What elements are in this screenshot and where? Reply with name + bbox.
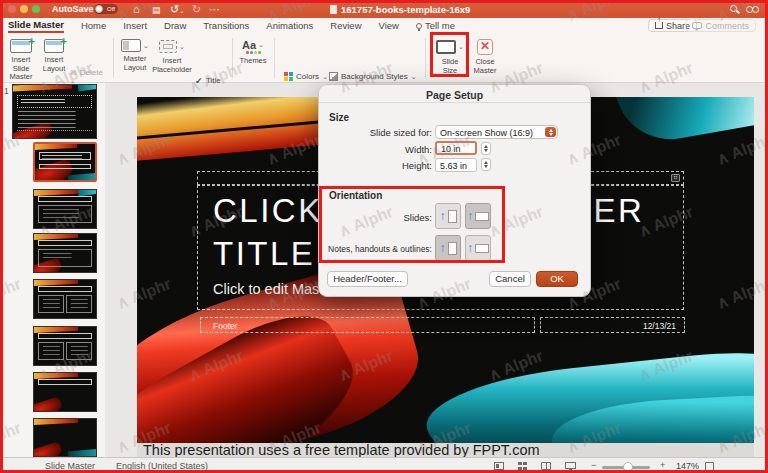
- insert-placeholder-icon: [159, 40, 177, 53]
- thumbnail-layout-title-only[interactable]: [33, 372, 97, 412]
- presence-icon[interactable]: [746, 6, 760, 14]
- slide-sorter-view-icon[interactable]: [518, 462, 527, 470]
- ribbon-divider: [425, 38, 426, 78]
- thumbnail-layout-two-content[interactable]: [33, 279, 97, 319]
- tab-insert[interactable]: Insert: [123, 20, 147, 31]
- landscape-page-icon: [475, 212, 489, 221]
- tab-transitions[interactable]: Transitions: [203, 20, 249, 31]
- minimize-window-button[interactable]: [20, 5, 28, 13]
- redo-icon[interactable]: ↻: [192, 3, 201, 15]
- footer-placeholder[interactable]: Footer: [200, 317, 535, 333]
- portrait-page-icon: [448, 210, 457, 223]
- ribbon: + Insert Slide Master + Insert Layout ⊠D…: [0, 33, 768, 83]
- tab-draw[interactable]: Draw: [164, 20, 186, 31]
- colors-button[interactable]: Colors⌄: [284, 72, 328, 81]
- title-bar: AutoSave Off ⌂ ▤ ↺⌄ ↻ ⋯ 161757-books-tem…: [0, 0, 768, 18]
- dialog-title: Page Setup: [319, 89, 590, 101]
- notes-orientation-label: Notes, handouts & outlines:: [319, 244, 432, 254]
- master-layout-icon: [121, 39, 141, 52]
- tab-view[interactable]: View: [379, 20, 399, 31]
- themes-icon: Aa: [242, 39, 256, 51]
- portrait-page-icon: [448, 242, 457, 255]
- normal-view-icon[interactable]: [494, 462, 504, 470]
- dropdown-stepper-icon[interactable]: [545, 127, 556, 137]
- cancel-button[interactable]: Cancel: [489, 271, 531, 287]
- search-icon[interactable]: [730, 5, 737, 12]
- save-icon[interactable]: ▤: [152, 4, 161, 16]
- zoom-window-button[interactable]: [32, 5, 40, 13]
- thumbnail-layout-section[interactable]: [33, 233, 97, 273]
- slide-thumbnail-panel: 1: [0, 83, 105, 457]
- page-setup-dialog: Page Setup Size Slide sized for: On-scre…: [318, 84, 591, 297]
- lightbulb-icon: [416, 23, 422, 29]
- notes-portrait-button[interactable]: ↑: [435, 235, 461, 261]
- height-label: Height:: [319, 160, 432, 171]
- delete-button[interactable]: ⊠Delete: [70, 68, 103, 77]
- ribbon-tab-row: Slide Master Home Insert Draw Transition…: [0, 18, 768, 33]
- slideshow-view-icon[interactable]: [565, 462, 576, 469]
- placeholder-options-icon[interactable]: [671, 174, 680, 182]
- ribbon-divider: [274, 38, 275, 78]
- more-commands-icon[interactable]: ⋯: [209, 3, 220, 15]
- zoom-in-button[interactable]: +: [660, 460, 665, 470]
- width-stepper[interactable]: [481, 142, 491, 155]
- insert-layout-button[interactable]: + Insert Layout: [39, 37, 69, 73]
- close-window-button[interactable]: [8, 5, 16, 13]
- tab-review[interactable]: Review: [330, 20, 361, 31]
- date-placeholder[interactable]: 12/13/21: [540, 317, 685, 333]
- close-master-icon: ✕: [477, 39, 493, 55]
- ribbon-divider: [113, 38, 114, 78]
- status-bar: Slide Master English (United States) − +…: [0, 457, 768, 473]
- tab-tell-me[interactable]: Tell me: [416, 20, 455, 31]
- zoom-level-label[interactable]: 147%: [676, 461, 699, 471]
- up-arrow-icon: ↑: [467, 242, 473, 254]
- thumbnail-master-slide[interactable]: [12, 84, 97, 139]
- background-styles-button[interactable]: Background Styles⌄: [329, 72, 417, 81]
- height-input[interactable]: 5.63 in: [435, 158, 477, 172]
- width-label: Width:: [319, 144, 432, 155]
- slide-sized-for-label: Slide sized for:: [319, 127, 432, 138]
- thumbnail-layout-title-content[interactable]: [33, 189, 97, 229]
- themes-button[interactable]: Aa⌄ Themes: [236, 37, 270, 66]
- tab-slide-master[interactable]: Slide Master: [8, 19, 64, 33]
- insert-layout-icon: +: [44, 39, 64, 53]
- orientation-section-label: Orientation: [329, 190, 382, 201]
- comments-button[interactable]: Comments: [685, 19, 756, 32]
- slide-size-button[interactable]: ⌄ Slide Size: [432, 37, 468, 75]
- zoom-out-button[interactable]: −: [591, 460, 596, 470]
- notes-landscape-button[interactable]: ↑: [465, 235, 491, 261]
- tab-animations[interactable]: Animations: [266, 20, 313, 31]
- height-stepper[interactable]: [481, 158, 491, 171]
- zoom-slider-knob[interactable]: [623, 462, 633, 472]
- slide-size-icon: [436, 40, 456, 54]
- slide-sized-for-dropdown[interactable]: On-screen Show (16:9): [435, 125, 558, 139]
- autosave-toggle[interactable]: Off: [94, 4, 118, 14]
- slides-portrait-button[interactable]: ↑: [435, 203, 461, 229]
- language-status-label[interactable]: English (United States): [116, 461, 208, 471]
- thumbnail-layout-blank[interactable]: [33, 418, 97, 457]
- slides-landscape-button[interactable]: ↑: [465, 203, 491, 229]
- view-status-label[interactable]: Slide Master: [45, 461, 95, 471]
- master-layout-button[interactable]: ⌄ Master Layout: [118, 37, 152, 72]
- close-master-button[interactable]: ✕ Close Master: [468, 37, 502, 75]
- up-arrow-icon: ↑: [440, 242, 446, 254]
- date-text: 12/13/21: [643, 321, 676, 331]
- autosave-label: AutoSave: [52, 4, 94, 14]
- width-input[interactable]: 10 in: [435, 141, 477, 155]
- comments-icon: [692, 22, 702, 29]
- header-footer-button[interactable]: Header/Footer...: [327, 271, 408, 287]
- tab-home[interactable]: Home: [81, 20, 106, 31]
- reading-view-icon[interactable]: [541, 462, 551, 470]
- template-credit-text: This presentation uses a free template p…: [137, 443, 754, 457]
- undo-icon[interactable]: ↺⌄: [170, 3, 184, 17]
- document-title: 161757-books-template-16x9: [341, 4, 470, 15]
- thumbnail-layout-comparison[interactable]: [33, 326, 97, 366]
- home-icon[interactable]: ⌂: [133, 3, 140, 15]
- insert-placeholder-button[interactable]: ⌄ Insert Placeholder: [152, 37, 192, 74]
- insert-slide-master-button[interactable]: + Insert Slide Master: [3, 37, 39, 82]
- fit-to-window-icon[interactable]: [705, 462, 714, 471]
- thumbnail-layout-title-slide[interactable]: [33, 142, 97, 182]
- ok-button[interactable]: OK: [536, 271, 578, 287]
- up-arrow-icon: ↑: [467, 210, 473, 222]
- ribbon-divider: [232, 38, 233, 78]
